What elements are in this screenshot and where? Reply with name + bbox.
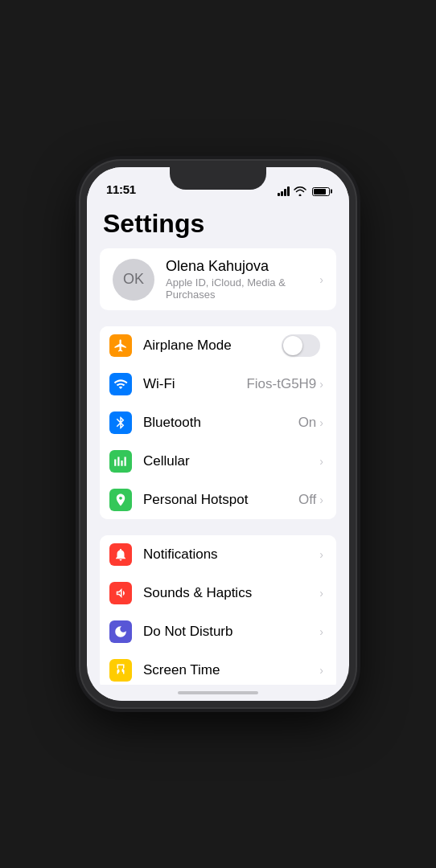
profile-subtitle: Apple ID, iCloud, Media & Purchases xyxy=(166,276,319,301)
dnd-label: Do Not Disturb xyxy=(143,624,319,640)
settings-content[interactable]: Settings OK Olena Kahujova Apple ID, iCl… xyxy=(87,203,349,685)
sounds-item[interactable]: Sounds & Haptics › xyxy=(100,574,336,612)
airplane-mode-toggle[interactable] xyxy=(282,334,320,357)
profile-info: Olena Kahujova Apple ID, iCloud, Media &… xyxy=(166,258,319,301)
bluetooth-chevron: › xyxy=(319,416,323,429)
screen: 11:51 xyxy=(87,167,349,701)
connectivity-group: Airplane Mode Wi-Fi Fios-tG5H9 › xyxy=(100,326,336,519)
notifications-item[interactable]: Notifications › xyxy=(100,535,336,574)
notch xyxy=(170,167,266,190)
page-title: Settings xyxy=(87,203,349,248)
wifi-value: Fios-tG5H9 xyxy=(246,376,316,392)
bluetooth-icon xyxy=(109,411,132,434)
wifi-label: Wi-Fi xyxy=(143,376,246,392)
connectivity-section: Airplane Mode Wi-Fi Fios-tG5H9 › xyxy=(87,326,349,519)
signal-icon xyxy=(278,186,290,196)
hotspot-value: Off xyxy=(298,492,316,508)
notifications-chevron: › xyxy=(319,548,323,561)
profile-section: OK Olena Kahujova Apple ID, iCloud, Medi… xyxy=(87,248,349,310)
hotspot-chevron: › xyxy=(319,493,323,506)
hotspot-icon xyxy=(109,489,132,511)
wifi-status-icon xyxy=(294,186,306,196)
phone-frame: 11:51 xyxy=(80,161,356,707)
notifications-group: Notifications › Sounds & Haptics › xyxy=(100,535,336,685)
status-bar: 11:51 xyxy=(87,167,349,203)
battery-icon xyxy=(312,187,330,196)
profile-name: Olena Kahujova xyxy=(166,258,319,275)
bluetooth-item[interactable]: Bluetooth On › xyxy=(100,403,336,442)
status-icons xyxy=(278,186,330,196)
home-bar xyxy=(178,691,258,694)
notifications-label: Notifications xyxy=(143,547,319,563)
screentime-icon xyxy=(109,659,132,682)
sounds-icon xyxy=(109,582,132,604)
dnd-icon xyxy=(109,620,132,643)
notifications-icon xyxy=(109,543,132,566)
wifi-item[interactable]: Wi-Fi Fios-tG5H9 › xyxy=(100,365,336,403)
sounds-chevron: › xyxy=(319,587,323,600)
airplane-mode-item[interactable]: Airplane Mode xyxy=(100,326,336,365)
screentime-chevron: › xyxy=(319,664,323,677)
screentime-label: Screen Time xyxy=(143,662,319,678)
profile-chevron: › xyxy=(319,273,323,286)
airplane-mode-icon xyxy=(109,334,132,357)
avatar: OK xyxy=(113,259,154,301)
cellular-item[interactable]: Cellular › xyxy=(100,442,336,481)
bluetooth-value: On xyxy=(298,415,317,431)
notifications-section: Notifications › Sounds & Haptics › xyxy=(87,535,349,685)
cellular-label: Cellular xyxy=(143,453,319,469)
dnd-chevron: › xyxy=(319,625,323,638)
cellular-icon xyxy=(109,450,132,473)
home-indicator xyxy=(87,685,349,701)
bluetooth-label: Bluetooth xyxy=(143,415,298,431)
cellular-chevron: › xyxy=(319,455,323,468)
wifi-chevron: › xyxy=(319,378,323,391)
hotspot-item[interactable]: Personal Hotspot Off › xyxy=(100,481,336,519)
sounds-label: Sounds & Haptics xyxy=(143,585,319,601)
status-time: 11:51 xyxy=(106,182,136,196)
wifi-icon xyxy=(109,373,132,395)
airplane-mode-label: Airplane Mode xyxy=(143,338,282,354)
hotspot-label: Personal Hotspot xyxy=(143,492,298,508)
profile-row[interactable]: OK Olena Kahujova Apple ID, iCloud, Medi… xyxy=(100,248,336,310)
dnd-item[interactable]: Do Not Disturb › xyxy=(100,612,336,651)
screentime-item[interactable]: Screen Time › xyxy=(100,651,336,685)
